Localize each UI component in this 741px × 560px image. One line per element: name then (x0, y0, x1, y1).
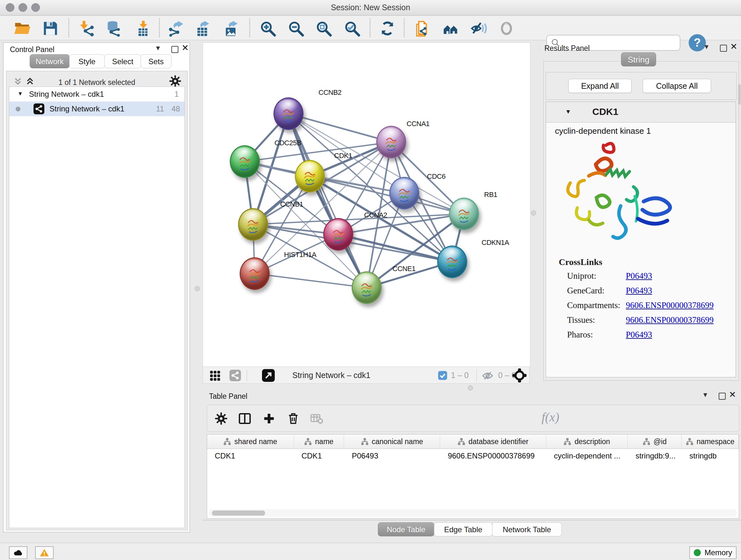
column-header-database-identifier[interactable]: database identifier (440, 435, 546, 449)
column-header-namespace[interactable]: namespace (682, 435, 739, 449)
tab-node-table[interactable]: Node Table (378, 522, 434, 537)
network-node-ccna1[interactable] (376, 126, 406, 159)
zoom-selected-button[interactable] (342, 19, 362, 38)
network-edge-CCNA2-CDKN1A[interactable] (338, 234, 452, 262)
crosslink-pharos-link[interactable]: P06493 (626, 330, 652, 340)
selected-nodes-edges-count: 1 – 0 (451, 371, 469, 380)
open-in-new-window-icon[interactable] (262, 369, 275, 382)
add-column-icon[interactable] (263, 412, 275, 425)
export-network-file-button[interactable] (165, 19, 185, 38)
crosslink-genecard-link[interactable]: P06493 (626, 286, 652, 296)
network-edge-CCNA1-HIST1H1A[interactable] (255, 142, 391, 273)
string-visibility-button[interactable] (469, 19, 488, 38)
selected-checkbox-icon[interactable] (438, 371, 447, 380)
network-node-cdc25b[interactable] (230, 145, 260, 178)
column-type-icon (304, 438, 312, 445)
table-cell[interactable]: stringdb:9... (628, 449, 682, 463)
hidden-eye-icon[interactable] (481, 371, 494, 381)
right-splitter-handle[interactable] (531, 210, 536, 215)
table-settings-gear-icon[interactable] (215, 412, 227, 425)
crosshair-icon[interactable] (513, 368, 527, 382)
open-session-button[interactable] (12, 19, 32, 38)
zoom-fit-button[interactable] (314, 19, 333, 38)
column-header-shared-name[interactable]: shared name (207, 435, 294, 449)
tab-edge-table[interactable]: Edge Table (434, 522, 492, 537)
export-image-button[interactable] (221, 19, 241, 38)
table-cell[interactable]: cyclin-dependent ... (546, 449, 628, 463)
panel-menu-icon[interactable]: ▾ (704, 42, 709, 51)
crosslink-uniprot-link[interactable]: P06493 (626, 271, 652, 281)
import-network-database-button[interactable] (104, 19, 124, 38)
network-node-cdc6[interactable] (389, 177, 419, 209)
results-scrollbar-thumb[interactable] (738, 84, 741, 105)
help-button[interactable]: ? (689, 34, 706, 51)
tab-style[interactable]: Style (69, 54, 105, 68)
network-node-ccna2[interactable] (323, 218, 353, 251)
panel-float-icon[interactable] (720, 45, 727, 52)
table-row[interactable]: CDK1CDK1P064939606.ENSP00000378699cyclin… (207, 449, 739, 463)
panel-float-icon[interactable] (719, 393, 726, 400)
panel-menu-icon[interactable]: ▾ (703, 390, 707, 399)
panel-close-icon[interactable]: ✕ (182, 43, 189, 53)
column-header-canonical-name[interactable]: canonical name (344, 435, 440, 449)
network-state-dot-icon (16, 107, 20, 111)
zoom-in-button[interactable] (258, 19, 278, 38)
zoom-out-button[interactable] (286, 19, 306, 38)
share-network-icon[interactable] (229, 370, 241, 381)
string-home-button[interactable] (441, 19, 461, 38)
save-session-button[interactable] (41, 19, 60, 38)
gear-icon[interactable] (169, 75, 181, 87)
network-edge-HIST1H1A-CCNE1[interactable] (255, 273, 367, 288)
delete-column-trash-icon[interactable] (287, 412, 300, 425)
tab-network[interactable]: Network (30, 54, 70, 68)
tab-select[interactable]: Select (105, 54, 141, 68)
tab-string[interactable]: String (621, 52, 656, 66)
network-row-selected[interactable]: String Network – cdk1 11 48 (9, 102, 185, 116)
network-node-ccnb2[interactable] (273, 98, 304, 130)
birds-eye-view-icon[interactable] (210, 370, 220, 381)
table-cell[interactable]: stringdb (682, 449, 739, 463)
tree-expand-icon[interactable]: ▼ (17, 91, 23, 97)
panel-menu-icon[interactable]: ▾ (156, 44, 160, 52)
refresh-view-button[interactable] (378, 19, 397, 38)
warnings-button[interactable] (35, 546, 54, 559)
collapse-entry-icon[interactable]: ▼ (565, 108, 571, 115)
network-collection-row[interactable]: ▼ String Network – cdk1 1 (9, 87, 185, 102)
export-table-file-button[interactable] (193, 19, 213, 38)
crosslink-tissues-link[interactable]: 9606.ENSP00000378699 (626, 315, 714, 325)
tab-network-table[interactable]: Network Table (492, 522, 562, 537)
left-splitter-handle[interactable] (195, 286, 200, 291)
panel-close-icon[interactable]: ✕ (730, 42, 738, 52)
network-canvas[interactable]: CCNB2CCNA1CDC25BCDK1CDC6RB1CCNB1CCNA2CDK… (203, 43, 530, 367)
protein-card-header[interactable]: ▼ CDK1 (546, 102, 736, 123)
table-cell[interactable]: CDK1 (294, 449, 344, 463)
column-header-name[interactable]: name (294, 435, 344, 449)
import-network-file-button[interactable] (77, 19, 97, 38)
table-hscrollbar-track[interactable] (208, 509, 737, 517)
crosslink-compartments-link[interactable]: 9606.ENSP00000378699 (626, 300, 714, 310)
collapse-all-button[interactable]: Collapse All (643, 79, 711, 93)
table-cell[interactable]: CDK1 (207, 449, 294, 463)
panel-close-icon[interactable]: ✕ (729, 389, 736, 400)
network-node-hist1h1a[interactable] (240, 257, 270, 290)
network-node-cdkn1a[interactable] (437, 246, 467, 278)
table-cell[interactable]: P06493 (344, 449, 441, 463)
memory-button[interactable]: Memory (689, 546, 737, 559)
table-hscrollbar-thumb[interactable] (212, 510, 265, 516)
network-node-ccnb1[interactable] (238, 208, 268, 241)
tab-sets[interactable]: Sets (141, 54, 172, 68)
column-header-description[interactable]: description (546, 435, 628, 449)
string-protein-query-button[interactable] (412, 19, 432, 38)
network-node-cdk1[interactable] (295, 160, 325, 192)
expand-all-button[interactable]: Expand All (568, 79, 631, 93)
panel-float-icon[interactable] (172, 46, 179, 53)
network-node-ccne1[interactable] (352, 271, 382, 304)
automation-cloud-button[interactable] (9, 546, 27, 559)
show-columns-icon[interactable] (239, 412, 251, 425)
horizontal-splitter-handle[interactable] (468, 385, 473, 390)
column-header--id[interactable]: @id (628, 435, 682, 449)
import-table-file-button[interactable] (133, 19, 152, 38)
results-panel-title: Results Panel (544, 44, 590, 53)
table-cell[interactable]: 9606.ENSP00000378699 (440, 449, 546, 463)
network-node-rb1[interactable] (449, 198, 479, 230)
